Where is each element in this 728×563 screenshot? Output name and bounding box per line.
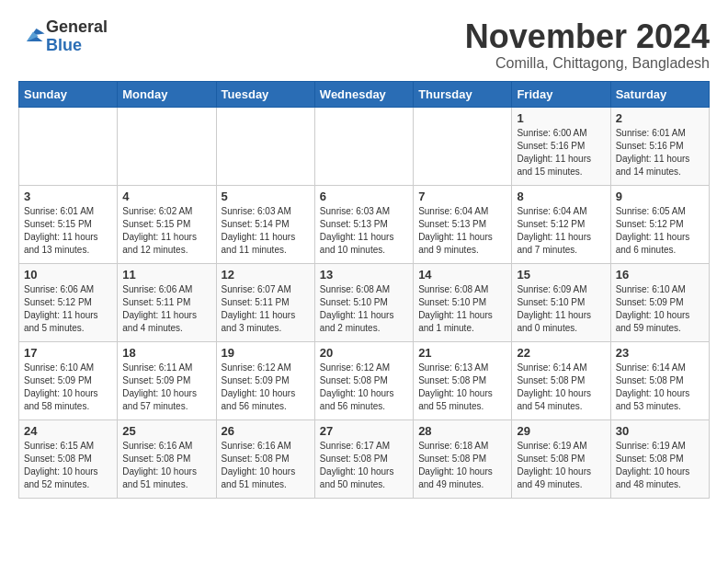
day-number: 6	[320, 190, 408, 203]
day-number: 3	[24, 190, 112, 203]
day-info: Sunrise: 6:07 AM Sunset: 5:11 PM Dayligh…	[222, 283, 310, 335]
day-number: 5	[222, 190, 310, 203]
day-info: Sunrise: 6:10 AM Sunset: 5:09 PM Dayligh…	[24, 362, 112, 413]
day-header-wednesday: Wednesday	[314, 81, 413, 107]
day-number: 22	[517, 346, 605, 360]
calendar-cell	[216, 107, 314, 185]
calendar-cell: 26Sunrise: 6:16 AM Sunset: 5:08 PM Dayli…	[216, 419, 314, 498]
calendar-cell: 25Sunrise: 6:16 AM Sunset: 5:08 PM Dayli…	[118, 419, 216, 498]
day-number: 7	[418, 190, 506, 203]
day-info: Sunrise: 6:04 AM Sunset: 5:13 PM Dayligh…	[418, 205, 506, 257]
calendar-cell: 16Sunrise: 6:10 AM Sunset: 5:09 PM Dayli…	[610, 263, 709, 341]
day-info: Sunrise: 6:19 AM Sunset: 5:08 PM Dayligh…	[517, 440, 605, 491]
calendar-cell: 27Sunrise: 6:17 AM Sunset: 5:08 PM Dayli…	[314, 419, 413, 498]
calendar-cell: 4Sunrise: 6:02 AM Sunset: 5:15 PM Daylig…	[118, 185, 216, 263]
day-number: 21	[418, 346, 506, 360]
week-row-5: 24Sunrise: 6:15 AM Sunset: 5:08 PM Dayli…	[19, 419, 710, 498]
calendar-cell	[118, 107, 216, 185]
calendar-cell: 29Sunrise: 6:19 AM Sunset: 5:08 PM Dayli…	[512, 419, 610, 498]
calendar-cell: 8Sunrise: 6:04 AM Sunset: 5:12 PM Daylig…	[512, 185, 610, 263]
calendar-cell	[19, 107, 118, 185]
calendar-cell: 11Sunrise: 6:06 AM Sunset: 5:11 PM Dayli…	[118, 263, 216, 341]
logo-icon	[20, 22, 46, 48]
day-number: 19	[222, 346, 310, 360]
week-row-3: 10Sunrise: 6:06 AM Sunset: 5:12 PM Dayli…	[19, 263, 710, 341]
calendar-cell: 20Sunrise: 6:12 AM Sunset: 5:08 PM Dayli…	[314, 341, 413, 419]
logo-general-text: General	[46, 17, 108, 36]
calendar-cell: 6Sunrise: 6:03 AM Sunset: 5:13 PM Daylig…	[314, 185, 413, 263]
day-info: Sunrise: 6:05 AM Sunset: 5:12 PM Dayligh…	[616, 205, 704, 257]
calendar-cell: 22Sunrise: 6:14 AM Sunset: 5:08 PM Dayli…	[512, 341, 610, 419]
day-info: Sunrise: 6:06 AM Sunset: 5:12 PM Dayligh…	[24, 283, 112, 335]
day-info: Sunrise: 6:04 AM Sunset: 5:12 PM Dayligh…	[517, 205, 605, 257]
day-number: 15	[517, 268, 605, 282]
calendar-cell: 1Sunrise: 6:00 AM Sunset: 5:16 PM Daylig…	[512, 107, 610, 185]
day-header-thursday: Thursday	[414, 81, 512, 107]
day-number: 16	[616, 268, 704, 282]
day-number: 29	[517, 424, 605, 438]
logo-blue-text: Blue	[46, 36, 82, 54]
calendar-cell: 9Sunrise: 6:05 AM Sunset: 5:12 PM Daylig…	[610, 185, 709, 263]
day-info: Sunrise: 6:12 AM Sunset: 5:08 PM Dayligh…	[320, 362, 408, 413]
month-title: November 2024	[465, 18, 710, 55]
calendar-cell: 21Sunrise: 6:13 AM Sunset: 5:08 PM Dayli…	[414, 341, 512, 419]
day-header-monday: Monday	[118, 81, 216, 107]
calendar-cell: 13Sunrise: 6:08 AM Sunset: 5:10 PM Dayli…	[314, 263, 413, 341]
calendar-header-row: SundayMondayTuesdayWednesdayThursdayFrid…	[19, 81, 710, 107]
day-info: Sunrise: 6:02 AM Sunset: 5:15 PM Dayligh…	[122, 205, 210, 257]
day-number: 28	[418, 424, 506, 438]
day-number: 9	[616, 190, 704, 203]
calendar-cell: 14Sunrise: 6:08 AM Sunset: 5:10 PM Dayli…	[414, 263, 512, 341]
day-info: Sunrise: 6:00 AM Sunset: 5:16 PM Dayligh…	[517, 127, 605, 178]
day-info: Sunrise: 6:09 AM Sunset: 5:10 PM Dayligh…	[517, 283, 605, 335]
day-info: Sunrise: 6:16 AM Sunset: 5:08 PM Dayligh…	[122, 440, 210, 491]
day-info: Sunrise: 6:13 AM Sunset: 5:08 PM Dayligh…	[418, 362, 506, 413]
day-number: 25	[122, 424, 210, 438]
day-header-saturday: Saturday	[610, 81, 709, 107]
day-header-sunday: Sunday	[19, 81, 118, 107]
week-row-4: 17Sunrise: 6:10 AM Sunset: 5:09 PM Dayli…	[19, 341, 710, 419]
day-info: Sunrise: 6:19 AM Sunset: 5:08 PM Dayligh…	[616, 440, 704, 491]
day-number: 12	[222, 268, 310, 282]
day-info: Sunrise: 6:08 AM Sunset: 5:10 PM Dayligh…	[418, 283, 506, 335]
day-info: Sunrise: 6:11 AM Sunset: 5:09 PM Dayligh…	[122, 362, 210, 413]
logo: General Blue	[18, 18, 108, 55]
calendar-cell: 24Sunrise: 6:15 AM Sunset: 5:08 PM Dayli…	[19, 419, 118, 498]
day-info: Sunrise: 6:12 AM Sunset: 5:09 PM Dayligh…	[222, 362, 310, 413]
day-number: 10	[24, 268, 112, 282]
week-row-1: 1Sunrise: 6:00 AM Sunset: 5:16 PM Daylig…	[19, 107, 710, 185]
page-header: General Blue November 2024 Comilla, Chit…	[18, 18, 710, 72]
day-info: Sunrise: 6:03 AM Sunset: 5:14 PM Dayligh…	[222, 205, 310, 257]
day-header-friday: Friday	[512, 81, 610, 107]
day-info: Sunrise: 6:15 AM Sunset: 5:08 PM Dayligh…	[24, 440, 112, 491]
day-number: 14	[418, 268, 506, 282]
day-number: 13	[320, 268, 408, 282]
calendar-cell: 7Sunrise: 6:04 AM Sunset: 5:13 PM Daylig…	[414, 185, 512, 263]
calendar-cell: 2Sunrise: 6:01 AM Sunset: 5:16 PM Daylig…	[610, 107, 709, 185]
day-header-tuesday: Tuesday	[216, 81, 314, 107]
day-number: 23	[616, 346, 704, 360]
title-block: November 2024 Comilla, Chittagong, Bangl…	[465, 18, 710, 72]
calendar-cell	[414, 107, 512, 185]
calendar-cell: 19Sunrise: 6:12 AM Sunset: 5:09 PM Dayli…	[216, 341, 314, 419]
day-info: Sunrise: 6:08 AM Sunset: 5:10 PM Dayligh…	[320, 283, 408, 335]
day-number: 20	[320, 346, 408, 360]
calendar-cell: 12Sunrise: 6:07 AM Sunset: 5:11 PM Dayli…	[216, 263, 314, 341]
day-number: 18	[122, 346, 210, 360]
day-info: Sunrise: 6:18 AM Sunset: 5:08 PM Dayligh…	[418, 440, 506, 491]
calendar-cell: 23Sunrise: 6:14 AM Sunset: 5:08 PM Dayli…	[610, 341, 709, 419]
day-info: Sunrise: 6:10 AM Sunset: 5:09 PM Dayligh…	[616, 283, 704, 335]
calendar-cell: 15Sunrise: 6:09 AM Sunset: 5:10 PM Dayli…	[512, 263, 610, 341]
day-number: 8	[517, 190, 605, 203]
calendar-cell: 3Sunrise: 6:01 AM Sunset: 5:15 PM Daylig…	[19, 185, 118, 263]
day-info: Sunrise: 6:03 AM Sunset: 5:13 PM Dayligh…	[320, 205, 408, 257]
day-number: 1	[517, 111, 605, 125]
day-info: Sunrise: 6:14 AM Sunset: 5:08 PM Dayligh…	[616, 362, 704, 413]
day-info: Sunrise: 6:06 AM Sunset: 5:11 PM Dayligh…	[122, 283, 210, 335]
calendar-cell: 17Sunrise: 6:10 AM Sunset: 5:09 PM Dayli…	[19, 341, 118, 419]
day-info: Sunrise: 6:01 AM Sunset: 5:15 PM Dayligh…	[24, 205, 112, 257]
week-row-2: 3Sunrise: 6:01 AM Sunset: 5:15 PM Daylig…	[19, 185, 710, 263]
calendar-cell: 18Sunrise: 6:11 AM Sunset: 5:09 PM Dayli…	[118, 341, 216, 419]
calendar-cell	[314, 107, 413, 185]
day-number: 4	[122, 190, 210, 203]
